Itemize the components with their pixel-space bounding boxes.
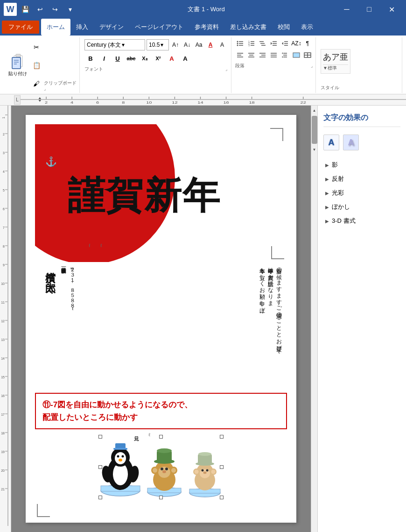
svg-point-123 xyxy=(115,452,126,464)
annotation-text: ⑪-7図を自由に動かせるようになるので、配置したいところに動かす xyxy=(42,398,280,424)
maximize-button[interactable]: □ xyxy=(358,2,380,16)
show-marks-button[interactable]: ¶ xyxy=(302,38,313,49)
svg-text:16: 16 xyxy=(1,394,5,397)
scroll-down-button[interactable]: ▼ xyxy=(311,145,318,154)
svg-point-142 xyxy=(153,468,157,473)
scroll-thumb[interactable] xyxy=(312,116,317,144)
quick-undo-btn[interactable]: ↩ xyxy=(34,3,47,16)
cut-button[interactable]: ✂ xyxy=(30,42,43,52)
vertical-scrollbar: ▲ ▼ xyxy=(311,106,317,532)
bold-button[interactable]: B xyxy=(84,53,97,64)
address-section: 〒２３１－８５８８ ℓ 横浜市中区日本大通一番 xyxy=(60,264,76,390)
ruler: L 2 4 6 8 10 12 14 xyxy=(0,94,406,106)
bullets-button[interactable] xyxy=(235,38,245,49)
format-paint-button[interactable]: 🖌 xyxy=(30,78,43,89)
paste-button[interactable]: 貼り付け xyxy=(7,38,29,92)
align-right-button[interactable] xyxy=(258,50,268,60)
paragraph-group-label: 段落 xyxy=(235,63,245,69)
svg-point-126 xyxy=(119,459,122,461)
font-highlight-button[interactable]: A xyxy=(205,40,216,50)
menu-pagelayout[interactable]: ページレイアウト xyxy=(129,19,189,35)
shading-para-button[interactable] xyxy=(291,50,301,60)
reflection-option[interactable]: ▶ 反射 xyxy=(323,172,400,186)
blur-option[interactable]: ▶ ぼかし xyxy=(323,200,400,214)
shadow-chevron: ▶ xyxy=(325,163,329,168)
font-size-selector[interactable]: 10.5 ▾ xyxy=(147,39,169,50)
scroll-up-button[interactable]: ▲ xyxy=(311,106,318,115)
svg-point-138 xyxy=(165,468,168,470)
align-center-button[interactable] xyxy=(246,50,257,60)
clipboard-expand-icon[interactable]: ⌟ xyxy=(44,86,77,91)
shadow-option[interactable]: ▶ 影 xyxy=(323,158,400,172)
increase-indent-button[interactable] xyxy=(280,38,290,49)
menu-bar: ファイル ホーム 挿入 デザイン ページレイアウト 参考資料 差し込み文書 校閲… xyxy=(0,19,406,35)
svg-point-139 xyxy=(162,470,166,473)
styles-group: あア亜 ▼標準 スタイル xyxy=(317,37,402,93)
threed-option[interactable]: ▶ 3-D 書式 xyxy=(323,214,400,228)
document-area: ⚓ 謹賀新年 ℓ ℓ 新春の候 ますますご清栄のこととお慶び ℓ 昨年中は大変お… xyxy=(11,106,311,532)
card-body-section: 新春の候 ますますご清栄のこととお慶び ℓ 昨年中は大変お世話になりま 本年も宜… xyxy=(35,264,287,390)
menu-design[interactable]: デザイン xyxy=(94,19,129,35)
menu-file[interactable]: ファイル xyxy=(2,21,39,34)
ruler-toggle[interactable]: L xyxy=(14,95,21,105)
effect-a-shadow-btn[interactable]: A xyxy=(343,135,359,150)
sort-button[interactable]: AZ↕ xyxy=(291,38,301,49)
handle-tm xyxy=(159,435,163,439)
bracket-corner-top xyxy=(270,128,283,141)
quick-customize-btn[interactable]: ▾ xyxy=(63,3,77,16)
align-left-button[interactable] xyxy=(235,50,245,60)
blur-label: ぼかし xyxy=(332,203,350,211)
line-spacing-button[interactable] xyxy=(280,50,290,60)
strikethrough-button[interactable]: abc xyxy=(125,53,137,64)
font-expand-icon[interactable]: ⌟ xyxy=(225,67,227,71)
clipboard-small-btns: ✂ 📋 🖌 xyxy=(30,38,43,92)
subscript-button[interactable]: X₂ xyxy=(139,53,151,64)
title-bar-left: W 💾 ↩ ↪ ▾ xyxy=(4,3,77,16)
copy-button[interactable]: 📋 xyxy=(30,60,43,71)
greeting-text: 新春の候 ますますご清栄のこととお慶び ℓ 昨年中は大変お世話になりま 本年も宜… xyxy=(79,264,283,390)
justify-button[interactable] xyxy=(269,50,279,60)
menu-view[interactable]: 表示 xyxy=(295,19,319,35)
numbering-button[interactable]: 1.2.3. xyxy=(246,38,257,49)
right-panel: 文字の効果の A A ▶ 影 ▶ 反射 ▶ 光彩 ▶ ぼかし ▶ 3-D 書式 xyxy=(317,106,406,532)
para-expand-icon[interactable]: ⌟ xyxy=(311,64,313,68)
svg-rect-51 xyxy=(21,99,406,100)
italic-button[interactable]: I xyxy=(98,53,110,64)
glow-option[interactable]: ▶ 光彩 xyxy=(323,186,400,200)
menu-references[interactable]: 参考資料 xyxy=(189,19,224,35)
svg-text:11: 11 xyxy=(1,301,5,304)
borders-button[interactable] xyxy=(302,50,313,60)
menu-mailings[interactable]: 差し込み文書 xyxy=(224,19,272,35)
superscript-button[interactable]: X² xyxy=(152,53,164,64)
multilevel-button[interactable] xyxy=(258,38,268,49)
styles-hyojun-label: ▼標準 xyxy=(323,64,348,71)
font-case-button[interactable]: Aa xyxy=(194,40,204,50)
underline-button[interactable]: U xyxy=(112,53,124,64)
font-color-button[interactable]: A xyxy=(166,53,178,64)
svg-marker-25 xyxy=(282,42,283,45)
clipboard-group: 貼り付け ✂ 📋 🖌 クリップボード ⌟ xyxy=(4,37,80,93)
monkey1-image xyxy=(145,446,184,497)
svg-text:8: 8 xyxy=(122,100,125,105)
effect-a-outline-btn[interactable]: A xyxy=(323,135,339,150)
font-grow-button[interactable]: A↑ xyxy=(170,40,181,50)
shadow-label: 影 xyxy=(332,161,338,169)
window-title: 文書 1 - Word xyxy=(188,5,224,14)
minimize-button[interactable]: ─ xyxy=(336,2,357,16)
font-family-selector[interactable]: Century (本文 ▾ xyxy=(84,39,145,50)
menu-review[interactable]: 校閲 xyxy=(272,19,295,35)
svg-text:18: 18 xyxy=(1,432,5,435)
svg-text:9: 9 xyxy=(3,263,5,267)
menu-insert[interactable]: 挿入 xyxy=(70,19,94,35)
svg-rect-129 xyxy=(114,448,127,449)
card-top-section: ⚓ 謹賀新年 ℓ ℓ xyxy=(35,124,287,262)
close-button[interactable]: ✕ xyxy=(381,2,402,16)
menu-home[interactable]: ホーム xyxy=(41,19,70,35)
font-shading-button[interactable]: A xyxy=(179,53,191,64)
font-shrink-button[interactable]: A↓ xyxy=(182,40,192,50)
decrease-indent-button[interactable] xyxy=(269,38,279,49)
font-clear-button[interactable]: A xyxy=(217,40,227,50)
styles-preview-btn[interactable]: あア亜 ▼標準 xyxy=(321,49,350,74)
quick-redo-btn[interactable]: ↪ xyxy=(49,3,62,16)
quick-save-btn[interactable]: 💾 xyxy=(19,3,32,16)
